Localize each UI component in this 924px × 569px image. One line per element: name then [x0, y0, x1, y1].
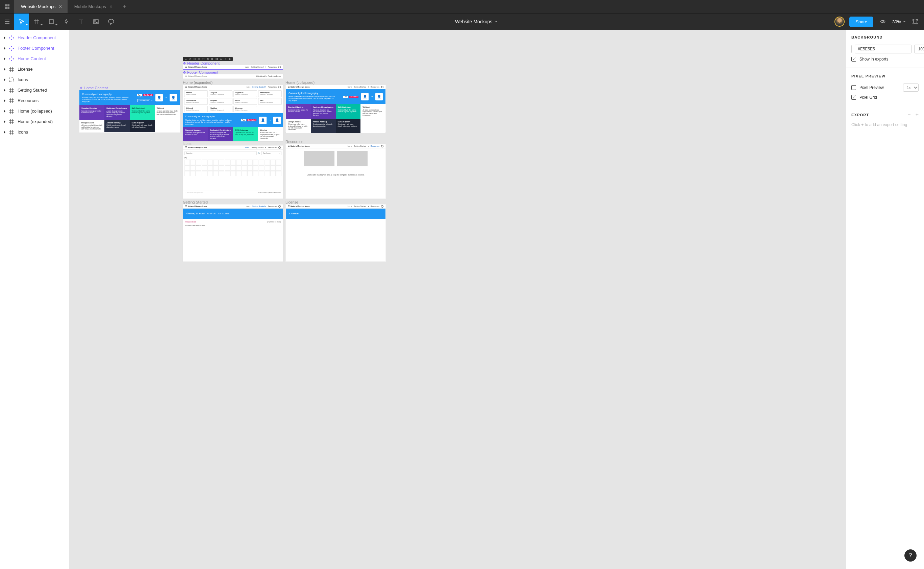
icon-cell[interactable]: [247, 171, 253, 176]
text-tool-icon[interactable]: [74, 14, 88, 30]
icon-cell[interactable]: [190, 160, 196, 165]
frame-tool-icon[interactable]: [29, 14, 44, 30]
icon-cell[interactable]: [259, 165, 264, 171]
layer-footer-component[interactable]: Footer Component: [0, 43, 69, 53]
close-icon[interactable]: ×: [59, 4, 62, 9]
icon-cell[interactable]: [270, 160, 276, 165]
add-tab-button[interactable]: +: [118, 0, 131, 13]
icon-cell[interactable]: [219, 165, 225, 171]
frame-label[interactable]: License: [285, 200, 298, 204]
icon-cell[interactable]: [276, 165, 281, 171]
icon-cell[interactable]: [231, 171, 236, 176]
icon-cell[interactable]: [213, 165, 218, 171]
show-in-exports-checkbox[interactable]: Show in exports: [851, 57, 919, 62]
frame-footer-component[interactable]: ☰ Material Design IconsMaintained by Aus…: [183, 74, 283, 79]
tool-icon[interactable]: ⬚: [202, 58, 205, 61]
icon-cell[interactable]: [185, 165, 190, 171]
frame-header-component[interactable]: ☰ Material Design IconsIconsGetting Star…: [183, 65, 283, 70]
layer-icons[interactable]: Icons: [0, 75, 69, 85]
tool-icon[interactable]: ⊞: [211, 58, 214, 61]
icon-cell[interactable]: [219, 160, 225, 165]
icon-cell[interactable]: [236, 160, 241, 165]
icon-cell[interactable]: [190, 171, 196, 176]
hamburger-menu-icon[interactable]: [0, 14, 14, 30]
zoom-fit-icon[interactable]: [910, 14, 920, 30]
tool-icon[interactable]: ⬇: [228, 58, 231, 61]
icon-cell[interactable]: [202, 165, 207, 171]
search-input[interactable]: [185, 151, 257, 155]
tool-icon[interactable]: ⊟: [215, 58, 218, 61]
tab-mobile-mockups[interactable]: Mobile Mockups ×: [68, 0, 118, 13]
tag-dropdown[interactable]: Tag Name▾: [261, 151, 281, 155]
tool-icon[interactable]: ⌂: [219, 58, 223, 61]
present-icon[interactable]: [878, 14, 888, 30]
icon-cell[interactable]: [242, 160, 247, 165]
frame-home-expanded[interactable]: ☰ Material Design IconsIconsGetting Star…: [183, 85, 283, 141]
image-tool-icon[interactable]: [88, 14, 103, 30]
icon-cell[interactable]: [213, 171, 218, 176]
comment-tool-icon[interactable]: [103, 14, 118, 30]
tool-icon[interactable]: ⬥: [184, 58, 188, 61]
pen-tool-icon[interactable]: [59, 14, 74, 30]
frame-label[interactable]: Getting Started: [183, 200, 208, 204]
icon-cell[interactable]: [264, 165, 270, 171]
icon-cell[interactable]: [185, 160, 190, 165]
tool-icon[interactable]: ▭: [197, 58, 201, 61]
icon-cell[interactable]: [219, 171, 225, 176]
icon-cell[interactable]: [270, 171, 276, 176]
icon-cell[interactable]: [213, 160, 218, 165]
selection-toolbar[interactable]: ⬥◇□▭⬚✕⊞⊟⌂○⬇: [183, 57, 233, 61]
icon-cell[interactable]: [196, 160, 201, 165]
help-button[interactable]: ?: [904, 549, 916, 561]
icon-cell[interactable]: [236, 165, 241, 171]
frame-resources[interactable]: ☰ Material Design IconsIconsGetting Star…: [285, 144, 386, 199]
frame-label[interactable]: Icons: [183, 141, 191, 145]
tab-website-mockups[interactable]: Website Mockups ×: [14, 0, 68, 13]
icon-cell[interactable]: [253, 171, 258, 176]
icon-cell[interactable]: [185, 171, 190, 176]
tool-icon[interactable]: ◇: [188, 58, 192, 61]
frame-label[interactable]: Home (expanded): [183, 81, 212, 85]
opacity-input[interactable]: [914, 45, 924, 53]
layer-icons-2[interactable]: Icons: [0, 127, 69, 137]
close-icon[interactable]: ×: [109, 4, 112, 9]
icon-cell[interactable]: [253, 160, 258, 165]
icon-cell[interactable]: [242, 165, 247, 171]
apps-icon[interactable]: [0, 0, 14, 13]
file-title[interactable]: Website Mockups: [118, 19, 834, 24]
move-tool-icon[interactable]: [14, 14, 29, 30]
icon-cell[interactable]: [264, 171, 270, 176]
layer-license[interactable]: License: [0, 64, 69, 75]
layer-header-component[interactable]: Header Component: [0, 32, 69, 43]
icon-cell[interactable]: [202, 160, 207, 165]
icon-cell[interactable]: [208, 165, 213, 171]
layer-resources[interactable]: Resources: [0, 95, 69, 106]
layer-home-content[interactable]: Home Content: [0, 53, 69, 64]
icon-cell[interactable]: [236, 171, 241, 176]
frame-icons[interactable]: ☰ Material Design IconsIconsGetting Star…: [183, 145, 283, 199]
icon-cell[interactable]: [259, 160, 264, 165]
frame-license[interactable]: ☰ Material Design IconsIconsGetting Star…: [285, 204, 386, 262]
icon-cell[interactable]: [196, 171, 201, 176]
icon-cell[interactable]: [208, 160, 213, 165]
avatar[interactable]: [834, 17, 845, 27]
hex-input[interactable]: [855, 45, 912, 53]
tool-icon[interactable]: ○: [224, 58, 227, 61]
frame-getting-started[interactable]: ☰ Material Design IconsIconsGetting Star…: [183, 204, 283, 262]
frame-home-content[interactable]: Community-led IconographyAllowing design…: [79, 90, 180, 132]
tool-icon[interactable]: ✕: [206, 58, 209, 61]
icon-cell[interactable]: [225, 160, 230, 165]
icon-cell[interactable]: [264, 160, 270, 165]
icon-cell[interactable]: [259, 171, 264, 176]
frame-label[interactable]: Home (collapsed): [285, 81, 314, 85]
plus-icon[interactable]: +: [916, 112, 919, 118]
layer-home-collapsed[interactable]: Home (collapsed): [0, 106, 69, 116]
layer-getting-started[interactable]: Getting Started: [0, 85, 69, 95]
zoom-dropdown[interactable]: 30%: [892, 19, 906, 24]
canvas[interactable]: ⬥◇□▭⬚✕⊞⊟⌂○⬇ ❖ Header Component ☰ Materia…: [69, 30, 846, 569]
icon-cell[interactable]: [225, 171, 230, 176]
icon-cell[interactable]: [270, 165, 276, 171]
share-button[interactable]: Share: [849, 17, 873, 27]
icon-cell[interactable]: [190, 165, 196, 171]
shape-tool-icon[interactable]: [44, 14, 59, 30]
